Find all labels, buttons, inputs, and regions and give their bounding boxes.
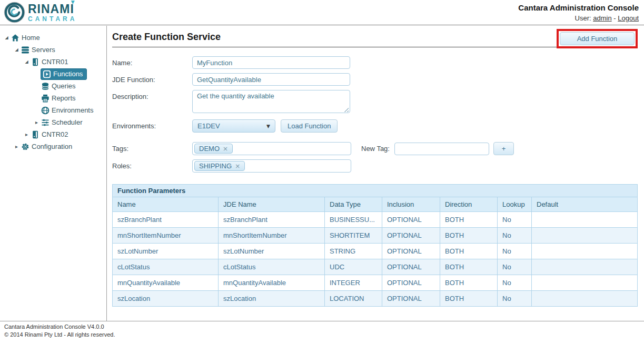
logo-accent-icon: ▼ <box>71 0 75 5</box>
roles-label: Roles: <box>112 159 192 170</box>
remove-tag-icon[interactable]: × <box>223 145 228 153</box>
app-footer: Cantara Administration Console V4.0.0 © … <box>0 321 644 344</box>
table-row[interactable]: cLotStatuscLotStatus UDCOPTIONAL BOTHNo <box>113 259 638 275</box>
expand-arrow-icon[interactable]: ▸ <box>33 119 41 125</box>
column-header-jde-name: JDE Name <box>219 197 325 212</box>
name-input[interactable] <box>192 56 350 69</box>
load-function-button[interactable]: Load Function <box>281 119 338 133</box>
sidebar-item-scheduler[interactable]: ▸ Scheduler <box>0 116 106 128</box>
navigation-tree: ◢ Home ◢ Servers ◢ CNTR01 <box>0 26 107 321</box>
user-separator: - <box>613 14 616 22</box>
sidebar-item-label: Functions <box>53 70 83 78</box>
environments-select[interactable]: E1DEV ▼ <box>192 119 275 133</box>
reports-icon <box>41 94 49 103</box>
main-content: Create Function Service Add Function Nam… <box>107 25 644 321</box>
sidebar-item-label: Queries <box>52 82 76 90</box>
tags-label: Tags: <box>112 142 192 153</box>
table-row[interactable]: szLotNumberszLotNumber STRINGOPTIONAL BO… <box>113 244 638 259</box>
tag-chip: DEMO × <box>194 144 233 154</box>
cantara-admin-console: RINAMI▼ CANTARA Cantara Administration C… <box>0 0 644 344</box>
footer-version: Cantara Administration Console V4.0.0 <box>4 323 640 331</box>
sidebar-item-configuration[interactable]: ▸ Configuration <box>0 140 106 153</box>
roles-input[interactable]: SHIPPING × <box>192 159 351 173</box>
add-tag-button[interactable]: + <box>493 142 514 155</box>
queries-icon <box>41 82 49 90</box>
add-function-button[interactable]: Add Function <box>560 32 635 45</box>
column-header-data-type: Data Type <box>325 197 382 212</box>
jde-function-label: JDE Function: <box>112 73 192 84</box>
logo-text-cantara: CANTARA <box>28 16 77 22</box>
rinami-logo: RINAMI▼ CANTARA <box>4 2 77 23</box>
remove-role-icon[interactable]: × <box>235 163 240 170</box>
role-chip: SHIPPING × <box>194 161 245 171</box>
page-title: Create Function Service <box>112 32 221 43</box>
server-icon <box>31 58 39 66</box>
environments-selected-value: E1DEV <box>197 122 220 130</box>
logo-wordmark: RINAMI▼ CANTARA <box>28 3 77 22</box>
sidebar-item-servers[interactable]: ◢ Servers <box>0 44 106 56</box>
selected-item-highlight[interactable]: Functions <box>41 68 87 80</box>
sidebar-item-label: Home <box>22 34 40 42</box>
sidebar-item-label: CNTR01 <box>42 58 68 66</box>
sidebar-item-cntr01[interactable]: ◢ CNTR01 <box>0 56 106 68</box>
column-header-name: Name <box>113 197 219 212</box>
description-textarea[interactable]: Get the quantity available <box>192 90 350 113</box>
column-header-default: Default <box>532 197 638 212</box>
environments-label: Environments: <box>112 119 192 130</box>
expand-arrow-icon[interactable]: ◢ <box>13 47 21 52</box>
sidebar-item-label: Configuration <box>32 143 72 150</box>
user-line: User: admin - Logout <box>518 14 639 22</box>
footer-copyright: © 2014 Rinami Pty Ltd - All rights reser… <box>4 331 640 339</box>
table-title: Function Parameters <box>113 185 638 197</box>
table-row[interactable]: szLocationszLocation LOCATIONOPTIONAL BO… <box>113 291 638 307</box>
column-header-inclusion: Inclusion <box>382 197 440 212</box>
sidebar-item-label: Environments <box>52 106 93 114</box>
function-parameters-table: Function Parameters Name JDE Name Data T… <box>112 184 638 307</box>
expand-arrow-icon[interactable]: ◢ <box>23 59 31 64</box>
table-row[interactable]: mnShortItemNumbermnShortItemNumber SHORT… <box>113 228 638 244</box>
expand-arrow-icon[interactable]: ▸ <box>13 144 21 149</box>
tag-chip-label: DEMO <box>199 145 220 153</box>
sidebar-item-label: Reports <box>52 94 76 102</box>
new-tag-input[interactable] <box>394 143 489 155</box>
logout-link[interactable]: Logout <box>618 14 639 22</box>
scheduler-icon <box>41 118 49 127</box>
servers-icon <box>21 46 29 54</box>
create-function-form: Name: JDE Function: Description: Get the… <box>112 56 638 173</box>
description-label: Description: <box>112 90 192 100</box>
sidebar-item-label: CNTR02 <box>42 130 68 138</box>
name-label: Name: <box>112 56 192 67</box>
server-icon <box>31 130 39 139</box>
column-header-lookup: Lookup <box>498 197 532 212</box>
tags-input[interactable]: DEMO × <box>192 142 351 155</box>
jde-function-input[interactable] <box>192 73 350 86</box>
table-row[interactable]: szBranchPlantszBranchPlant BUSINESSU...O… <box>113 212 638 228</box>
configuration-icon <box>21 143 29 151</box>
environments-icon <box>41 106 49 115</box>
chevron-down-icon: ▼ <box>266 124 270 129</box>
sidebar-item-reports[interactable]: Reports <box>0 92 106 104</box>
table-row[interactable]: mnQuantityAvailablemnQuantityAvailable I… <box>113 275 638 291</box>
sidebar-item-functions[interactable]: Functions <box>0 68 106 80</box>
sidebar-item-label: Servers <box>32 46 55 54</box>
expand-arrow-icon[interactable]: ◢ <box>3 35 11 40</box>
new-tag-label: New Tag: <box>361 145 390 153</box>
sidebar-item-environments[interactable]: Environments <box>0 104 106 116</box>
rinami-logo-icon <box>4 2 25 23</box>
console-title: Cantara Administration Console <box>518 3 639 12</box>
functions-icon <box>42 70 51 78</box>
red-highlight-box: Add Function <box>557 29 638 48</box>
user-prefix: User: <box>575 14 591 22</box>
expand-arrow-icon[interactable]: ▸ <box>23 131 31 137</box>
column-header-direction: Direction <box>440 197 498 212</box>
sidebar-item-cntr02[interactable]: ▸ CNTR02 <box>0 128 106 140</box>
sidebar-item-queries[interactable]: Queries <box>0 80 106 92</box>
sidebar-item-home[interactable]: ◢ Home <box>0 32 106 44</box>
sidebar-item-label: Scheduler <box>52 118 83 126</box>
home-icon <box>11 34 19 42</box>
app-header: RINAMI▼ CANTARA Cantara Administration C… <box>0 0 644 25</box>
user-admin-link[interactable]: admin <box>593 14 611 22</box>
logo-text-rinami: RINAMI▼ <box>28 3 74 15</box>
role-chip-label: SHIPPING <box>199 162 232 170</box>
